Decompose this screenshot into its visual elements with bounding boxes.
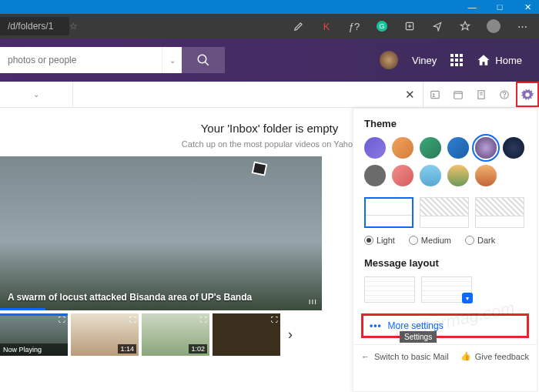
radio-medium[interactable]: Medium xyxy=(409,236,451,245)
radio-dark[interactable]: Dark xyxy=(465,236,495,245)
settings-tooltip: Settings xyxy=(400,331,437,343)
contacts-icon[interactable] xyxy=(424,82,447,107)
expand-icon[interactable]: ⛶ xyxy=(59,316,65,323)
next-thumbnails-button[interactable]: › xyxy=(283,327,297,343)
expand-icon[interactable]: ⛶ xyxy=(271,316,278,323)
theme-swatch-purple[interactable] xyxy=(364,137,386,159)
message-layout-1[interactable] xyxy=(364,276,415,303)
more-settings-link[interactable]: More settings xyxy=(388,320,444,331)
username-label: Viney xyxy=(412,55,437,66)
feedback-label: Give feedback xyxy=(475,352,529,361)
ellipsis-icon: ••• xyxy=(370,320,382,331)
window-maximize[interactable]: □ xyxy=(494,2,505,12)
video-progress[interactable] xyxy=(0,308,45,310)
svg-point-7 xyxy=(504,96,505,97)
home-label: Home xyxy=(495,55,522,66)
app-header: ⌄ Viney Home xyxy=(0,39,539,82)
switch-basic-link[interactable]: Switch to basic Mail xyxy=(374,352,449,361)
back-arrow-icon: ← xyxy=(361,352,370,361)
layout-dark[interactable] xyxy=(475,197,524,228)
duration-label: 1:02 xyxy=(189,344,207,353)
density-layouts xyxy=(364,197,526,228)
now-playing-label: Now Playing xyxy=(0,343,68,356)
message-layout-heading: Message layout xyxy=(364,257,526,269)
thumbnail-now-playing[interactable]: ⛶ Now Playing xyxy=(0,313,68,356)
browser-extensions: K ƒ? G ⋯ xyxy=(282,19,539,33)
video-badge-icon xyxy=(252,161,268,176)
layout-light[interactable] xyxy=(364,197,413,228)
window-titlebar: — □ ✕ xyxy=(0,0,539,14)
home-icon xyxy=(477,53,490,67)
thumbs-up-icon: 👍 xyxy=(460,351,471,361)
settings-button-highlight xyxy=(516,82,539,107)
density-radios: Light Medium Dark xyxy=(364,236,526,245)
window-close[interactable]: ✕ xyxy=(522,2,533,12)
theme-swatch-green[interactable] xyxy=(420,137,441,159)
search-input[interactable] xyxy=(0,47,162,73)
theme-swatch-coral[interactable] xyxy=(392,165,413,186)
theme-heading: Theme xyxy=(364,118,526,129)
home-link[interactable]: Home xyxy=(477,53,522,67)
more-settings-link-highlight: ••• More settings xyxy=(361,313,529,338)
url-fragment: /d/folders/1 xyxy=(8,21,53,32)
apps-grid-icon[interactable] xyxy=(450,54,463,66)
notepad-icon[interactable] xyxy=(470,82,493,107)
header-right: Viney Home xyxy=(380,51,539,69)
k-extension-icon[interactable]: K xyxy=(320,20,333,32)
user-avatar[interactable] xyxy=(380,51,398,69)
theme-swatch-violet-selected[interactable] xyxy=(475,137,497,159)
content-area: Your 'Inbox' folder is empty Catch up on… xyxy=(0,108,539,392)
search-button[interactable] xyxy=(182,47,225,73)
close-panel-x[interactable]: ✕ xyxy=(397,88,423,102)
theme-swatches xyxy=(364,137,526,186)
theme-swatch-sky[interactable] xyxy=(420,165,441,186)
video-caption: A swarm of locust attacked Bisanda area … xyxy=(8,292,314,303)
favorite-star-icon[interactable]: ☆ xyxy=(69,21,78,32)
panel-footer: Settings ← Switch to basic Mail 👍 Give f… xyxy=(353,344,537,367)
thumbnail-2[interactable]: ⛶ 1:14 xyxy=(71,313,139,356)
expand-icon[interactable]: ⛶ xyxy=(129,316,136,323)
theme-swatch-blue[interactable] xyxy=(447,137,469,159)
message-layouts xyxy=(364,276,526,303)
video-controls-icon[interactable]: ııı xyxy=(309,297,317,306)
search-dropdown[interactable]: ⌄ xyxy=(162,47,182,73)
video-player[interactable]: A swarm of locust attacked Bisanda area … xyxy=(0,156,322,310)
calendar-icon[interactable] xyxy=(447,82,470,107)
toolbar-icons xyxy=(423,82,539,107)
theme-swatch-navy[interactable] xyxy=(503,137,524,159)
svg-point-3 xyxy=(433,93,434,95)
window-minimize[interactable]: — xyxy=(467,2,477,12)
share-icon[interactable] xyxy=(431,20,444,32)
browser-profile-avatar[interactable] xyxy=(487,19,500,33)
radio-light[interactable]: Light xyxy=(364,236,395,245)
message-layout-2[interactable] xyxy=(421,276,472,303)
browser-menu-icon[interactable]: ⋯ xyxy=(516,20,528,32)
favorites-icon[interactable] xyxy=(459,20,471,32)
theme-swatch-sunset[interactable] xyxy=(475,165,497,186)
fx-icon[interactable]: ƒ? xyxy=(348,20,360,32)
settings-gear-icon[interactable] xyxy=(521,89,534,101)
help-icon[interactable] xyxy=(493,82,516,107)
theme-swatch-gray[interactable] xyxy=(364,165,386,186)
mail-toolbar: ⌄ ✕ xyxy=(0,82,539,108)
svg-rect-4 xyxy=(454,91,463,98)
url-box[interactable]: /d/folders/1 xyxy=(0,17,69,35)
layout-medium[interactable] xyxy=(420,197,469,228)
thumbnail-4[interactable]: ⛶ xyxy=(213,313,280,356)
thumbnail-3[interactable]: ⛶ 1:02 xyxy=(142,313,209,356)
svg-point-1 xyxy=(198,55,206,63)
grammarly-icon[interactable]: G xyxy=(376,20,388,32)
search-group: ⌄ xyxy=(0,47,225,73)
duration-label: 1:14 xyxy=(118,344,136,353)
feedback-link[interactable]: 👍 Give feedback xyxy=(460,351,529,361)
browser-toolbar: /d/folders/1 ☆ K ƒ? G ⋯ xyxy=(0,14,539,39)
theme-swatch-nature[interactable] xyxy=(447,165,469,186)
settings-panel: Theme Light Medium xyxy=(353,108,537,392)
expand-icon[interactable]: ⛶ xyxy=(200,316,207,323)
collections-icon[interactable] xyxy=(403,20,416,32)
pen-icon[interactable] xyxy=(293,20,305,32)
toolbar-dropdown[interactable]: ⌄ xyxy=(0,82,73,107)
svg-rect-2 xyxy=(431,91,440,98)
theme-swatch-orange[interactable] xyxy=(392,137,413,159)
